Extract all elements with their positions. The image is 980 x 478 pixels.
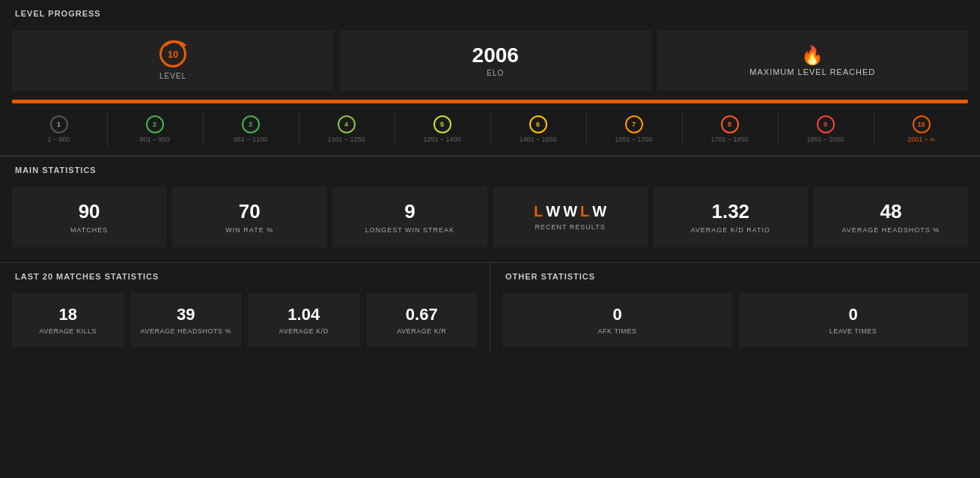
- progress-bar-track: [12, 100, 968, 103]
- level-progress-section: LEVEL PROGRESS 10 LEVEL 2006 ELO 🔥 MAXIM…: [0, 0, 980, 156]
- leave-label: LEAVE TIMES: [830, 327, 877, 335]
- tier-10[interactable]: 10 2001 – ∞: [874, 112, 968, 146]
- tier-4[interactable]: 4 1101 – 1250: [299, 112, 393, 146]
- level-badge: 10: [159, 40, 186, 67]
- last20-cards: 18 AVERAGE KILLS 39 AVERAGE HEADSHOTS % …: [0, 287, 490, 353]
- winstreak-label: LONGEST WIN STREAK: [365, 226, 454, 234]
- avg-kills-value: 18: [59, 305, 77, 324]
- tier-7-range: 1551 – 1700: [615, 136, 652, 143]
- last20-title: LAST 20 MATCHES STATISTICS: [0, 263, 490, 287]
- avg-kills-label: AVERAGE KILLS: [40, 327, 97, 335]
- other-stats-title: OTHER STATISTICS: [490, 263, 980, 287]
- elo-card: 2006 ELO: [340, 30, 651, 91]
- tier-9-badge: 9: [817, 115, 835, 133]
- stats-cards-container: 90 MATCHES 70 WIN RATE % 9 LONGEST WIN S…: [0, 181, 980, 253]
- winrate-label: WIN RATE %: [225, 226, 273, 234]
- stat-recent-results: L W W L W RECENT RESULTS: [493, 187, 648, 247]
- result-4: L: [580, 203, 589, 220]
- stat-kd: 1.32 AVERAGE K/D RATIO: [654, 187, 808, 247]
- tier-2[interactable]: 2 801 – 950: [107, 112, 201, 146]
- tier-5-badge: 5: [433, 115, 451, 133]
- tier-3-range: 951 – 1100: [234, 136, 267, 143]
- afk-value: 0: [612, 305, 621, 324]
- tier-4-range: 1101 – 1250: [327, 136, 365, 143]
- last20-kr: 0.67 AVERAGE K/R: [366, 293, 478, 347]
- recent-results-display: L W W L W: [534, 203, 606, 220]
- afk-times: 0 AFK TIMES: [502, 293, 732, 347]
- result-2: W: [546, 203, 560, 220]
- headshots-label: AVERAGE HEADSHOTS %: [842, 226, 940, 234]
- tier-2-range: 801 – 950: [139, 136, 169, 143]
- progress-bar-fill: [12, 100, 968, 103]
- avg-hs-label: AVERAGE HEADSHOTS %: [141, 327, 231, 335]
- last20-section: LAST 20 MATCHES STATISTICS 18 AVERAGE KI…: [0, 263, 490, 353]
- last20-kills: 18 AVERAGE KILLS: [12, 293, 124, 347]
- other-cards: 0 AFK TIMES 0 LEAVE TIMES: [490, 287, 980, 353]
- tier-1-badge: 1: [50, 115, 68, 133]
- leave-times: 0 LEAVE TIMES: [738, 293, 968, 347]
- tier-7-badge: 7: [625, 115, 643, 133]
- winrate-value: 70: [239, 200, 261, 223]
- kd-value: 1.32: [711, 200, 749, 223]
- tier-6[interactable]: 6 1401 – 1550: [490, 112, 585, 146]
- winstreak-value: 9: [404, 200, 415, 223]
- other-section: OTHER STATISTICS 0 AFK TIMES 0 LEAVE TIM…: [490, 263, 980, 353]
- tier-1-range: 1 – 800: [47, 136, 70, 143]
- last20-kd: 1.04 AVERAGE K/D: [248, 293, 360, 347]
- elo-label: ELO: [487, 69, 504, 77]
- tier-8-range: 1701 – 1850: [710, 136, 748, 143]
- tier-2-badge: 2: [146, 115, 164, 133]
- avg-kr-label: AVERAGE K/R: [397, 327, 446, 335]
- elo-value: 2006: [472, 43, 519, 67]
- tier-8[interactable]: 8 1701 – 1850: [682, 112, 776, 146]
- tier-9-range: 1851 – 2000: [806, 136, 844, 143]
- tier-8-badge: 8: [721, 115, 739, 133]
- stat-headshots: 48 AVERAGE HEADSHOTS %: [814, 187, 968, 247]
- level-card: 10 LEVEL: [12, 30, 334, 91]
- tier-3-badge: 3: [242, 115, 260, 133]
- level-label: LEVEL: [159, 72, 186, 80]
- recent-results-label: RECENT RESULTS: [535, 223, 606, 231]
- avg-kd-value: 1.04: [287, 305, 320, 324]
- matches-label: MATCHES: [70, 226, 108, 234]
- tier-10-range: 2001 – ∞: [907, 136, 934, 143]
- result-5: W: [592, 203, 606, 220]
- tier-5[interactable]: 5 1251 – 1400: [395, 112, 489, 146]
- tier-1[interactable]: 1 1 – 800: [12, 112, 106, 146]
- main-stats-section: MAIN STATISTICS 90 MATCHES 70 WIN RATE %…: [0, 156, 980, 263]
- progress-bar-container: [0, 100, 980, 103]
- main-stats-title: MAIN STATISTICS: [0, 157, 980, 181]
- stat-matches: 90 MATCHES: [12, 187, 166, 247]
- kd-label: AVERAGE K/D RATIO: [690, 226, 770, 234]
- tier-3[interactable]: 3 951 – 1100: [203, 112, 297, 146]
- tier-4-badge: 4: [338, 115, 356, 133]
- max-level-label: MAXIMUM LEVEL REACHED: [749, 67, 875, 76]
- max-level-card: 🔥 MAXIMUM LEVEL REACHED: [657, 30, 969, 91]
- tier-10-badge: 10: [913, 115, 931, 133]
- level-value: 10: [168, 49, 178, 60]
- avg-hs-value: 39: [177, 305, 195, 324]
- tier-7[interactable]: 7 1551 – 1700: [586, 112, 681, 146]
- bottom-sections: LAST 20 MATCHES STATISTICS 18 AVERAGE KI…: [0, 263, 980, 353]
- level-tiers: 1 1 – 800 2 801 – 950 3 951 – 1100 4 110…: [0, 106, 980, 155]
- tier-9[interactable]: 9 1851 – 2000: [778, 112, 872, 146]
- fire-icon: 🔥: [801, 45, 824, 66]
- tier-6-badge: 6: [529, 115, 547, 133]
- tier-6-range: 1401 – 1550: [519, 136, 556, 143]
- afk-label: AFK TIMES: [598, 327, 637, 335]
- headshots-value: 48: [880, 200, 901, 223]
- stat-winstreak: 9 LONGEST WIN STREAK: [332, 187, 487, 247]
- result-1: L: [534, 203, 543, 220]
- tier-5-range: 1251 – 1400: [423, 136, 460, 143]
- leave-value: 0: [848, 305, 857, 324]
- avg-kr-value: 0.67: [406, 305, 438, 324]
- avg-kd-label: AVERAGE K/D: [279, 327, 329, 335]
- matches-value: 90: [79, 200, 100, 223]
- level-progress-title: LEVEL PROGRESS: [0, 0, 980, 24]
- stat-winrate: 70 WIN RATE %: [172, 187, 326, 247]
- result-3: W: [563, 203, 577, 220]
- level-cards-container: 10 LEVEL 2006 ELO 🔥 MAXIMUM LEVEL REACHE…: [0, 24, 980, 97]
- last20-headshots: 39 AVERAGE HEADSHOTS %: [130, 293, 243, 347]
